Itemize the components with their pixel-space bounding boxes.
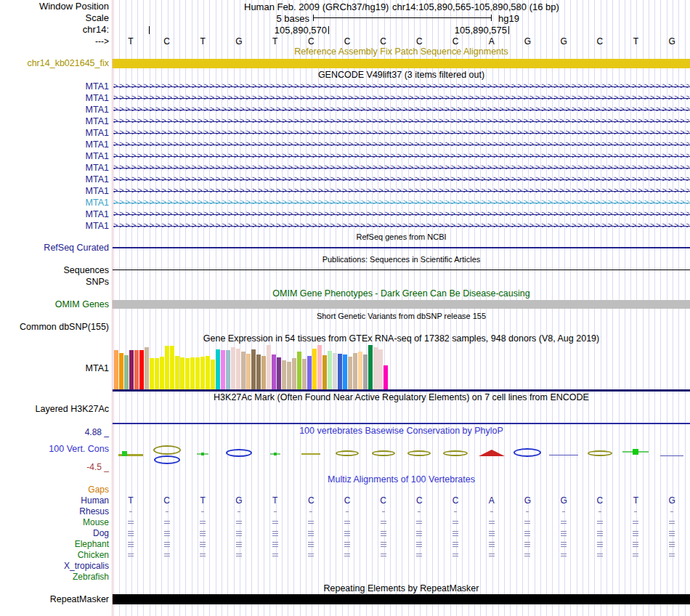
gtex-expression-bar[interactable] <box>297 352 301 389</box>
gtex-expression-bar[interactable] <box>378 349 383 389</box>
refseq-track-title[interactable]: RefSeq genes from NCBI <box>113 232 690 242</box>
gtex-track-title[interactable]: Gene Expression in 54 tissues from GTEx … <box>113 334 690 344</box>
refseq-curated-item[interactable] <box>113 247 690 248</box>
gtex-expression-bar[interactable] <box>282 360 286 389</box>
gencode-gene-label[interactable]: MTA1 <box>0 116 109 126</box>
snps-label[interactable]: SNPs <box>0 277 109 287</box>
gencode-transcript-arrows[interactable]: >>>>>>>>>>>>>>>>>>>>>>>>>>>>>>>>>>>>>>>>… <box>113 222 689 230</box>
gencode-gene-label[interactable]: MTA1 <box>0 81 109 92</box>
gencode-transcript-arrows[interactable]: >>>>>>>>>>>>>>>>>>>>>>>>>>>>>>>>>>>>>>>>… <box>113 106 689 113</box>
gtex-expression-bar[interactable] <box>246 354 251 389</box>
gtex-expression-bar[interactable] <box>165 346 169 389</box>
gtex-gene-label[interactable]: MTA1 <box>0 363 109 373</box>
gtex-expression-bar[interactable] <box>226 350 230 389</box>
gtex-expression-bar[interactable] <box>180 357 184 389</box>
gtex-expression-bar[interactable] <box>251 349 256 389</box>
gencode-transcript-arrows[interactable]: >>>>>>>>>>>>>>>>>>>>>>>>>>>>>>>>>>>>>>>>… <box>113 176 689 183</box>
gtex-expression-bar[interactable] <box>267 345 271 389</box>
common-dbsnp-label[interactable]: Common dbSNP(155) <box>0 322 109 332</box>
fix-patch-track-title[interactable]: Reference Assembly Fix Patch Sequence Al… <box>113 47 690 57</box>
gtex-expression-bar[interactable] <box>190 357 195 389</box>
multiz-track-title[interactable]: Multiz Alignments of 100 Vertebrates <box>113 475 690 485</box>
dbsnp-track-title[interactable]: Short Genetic Variants from dbSNP releas… <box>113 312 690 321</box>
gencode-transcript-arrows[interactable]: >>>>>>>>>>>>>>>>>>>>>>>>>>>>>>>>>>>>>>>>… <box>113 164 689 171</box>
gtex-expression-bar[interactable] <box>139 350 144 389</box>
gtex-expression-bar[interactable] <box>124 355 129 389</box>
gencode-gene-label[interactable]: MTA1 <box>0 198 109 208</box>
multiz-species-label-zebrafish[interactable]: Zebrafish <box>0 572 109 582</box>
repeatmasker-track-title[interactable]: Repeating Elements by RepeatMasker <box>113 584 690 593</box>
gencode-transcript-arrows[interactable]: >>>>>>>>>>>>>>>>>>>>>>>>>>>>>>>>>>>>>>>>… <box>113 94 689 102</box>
multiz-species-label-dog[interactable]: Dog <box>0 528 109 538</box>
gencode-gene-label[interactable]: MTA1 <box>0 128 109 138</box>
gtex-expression-bar[interactable] <box>150 358 154 389</box>
gtex-expression-bar[interactable] <box>195 357 200 389</box>
gencode-gene-label[interactable]: MTA1 <box>0 93 109 103</box>
gtex-expression-bar[interactable] <box>368 345 373 389</box>
omim-genes-label[interactable]: OMIM Genes <box>0 299 109 309</box>
gtex-expression-bar[interactable] <box>129 350 134 389</box>
gtex-expression-bar[interactable] <box>363 354 368 389</box>
gencode-gene-label[interactable]: MTA1 <box>0 209 109 219</box>
gencode-transcript-arrows[interactable]: >>>>>>>>>>>>>>>>>>>>>>>>>>>>>>>>>>>>>>>>… <box>113 129 689 137</box>
gencode-transcript-arrows[interactable]: >>>>>>>>>>>>>>>>>>>>>>>>>>>>>>>>>>>>>>>>… <box>113 118 689 125</box>
multiz-species-label-elephant[interactable]: Elephant <box>0 539 109 549</box>
gtex-expression-bar[interactable] <box>343 354 347 389</box>
gencode-transcript-arrows[interactable]: >>>>>>>>>>>>>>>>>>>>>>>>>>>>>>>>>>>>>>>>… <box>113 153 689 160</box>
gencode-gene-label[interactable]: MTA1 <box>0 151 109 161</box>
gtex-expression-bar[interactable] <box>241 352 245 389</box>
gtex-expression-bar[interactable] <box>302 359 307 389</box>
repeatmasker-label[interactable]: RepeatMasker <box>0 594 109 604</box>
gtex-expression-bar[interactable] <box>231 347 235 389</box>
gtex-expression-bar[interactable] <box>170 346 174 389</box>
sequences-item[interactable] <box>113 270 690 270</box>
gencode-transcript-arrows[interactable]: >>>>>>>>>>>>>>>>>>>>>>>>>>>>>>>>>>>>>>>>… <box>113 187 689 195</box>
gtex-expression-bar[interactable] <box>322 355 327 389</box>
gtex-expression-bar[interactable] <box>211 360 215 389</box>
layered-h3k27ac-label[interactable]: Layered H3K27Ac <box>0 404 109 414</box>
gencode-gene-label[interactable]: MTA1 <box>0 174 109 185</box>
gtex-expression-bar[interactable] <box>145 347 149 389</box>
sequences-label[interactable]: Sequences <box>0 265 109 275</box>
publications-track-title[interactable]: Publications: Sequences in Scientific Ar… <box>113 255 690 264</box>
multiz-species-label-x_tropicalis[interactable]: X_tropicalis <box>0 561 109 571</box>
gtex-expression-bar[interactable] <box>277 357 281 389</box>
gtex-expression-bar[interactable] <box>160 357 164 389</box>
gencode-gene-label[interactable]: MTA1 <box>0 221 109 231</box>
gtex-expression-bar[interactable] <box>185 358 190 389</box>
gtex-expression-bar[interactable] <box>383 365 388 389</box>
gtex-expression-bar[interactable] <box>221 350 225 389</box>
fix-patch-item-label[interactable]: chr14_kb021645_fix <box>0 58 109 68</box>
omim-genes-bar[interactable] <box>113 300 690 309</box>
gencode-transcript-arrows[interactable]: >>>>>>>>>>>>>>>>>>>>>>>>>>>>>>>>>>>>>>>>… <box>113 83 689 90</box>
gtex-expression-bar[interactable] <box>200 357 205 389</box>
gtex-expression-bar[interactable] <box>175 356 179 389</box>
gtex-expression-bar[interactable] <box>272 354 276 389</box>
gencode-transcript-arrows[interactable]: >>>>>>>>>>>>>>>>>>>>>>>>>>>>>>>>>>>>>>>>… <box>113 141 689 148</box>
gtex-expression-bar[interactable] <box>358 352 362 389</box>
gencode-gene-label[interactable]: MTA1 <box>0 139 109 150</box>
gtex-expression-bar[interactable] <box>134 350 139 389</box>
gencode-gene-label[interactable]: MTA1 <box>0 186 109 196</box>
gtex-expression-bar[interactable] <box>236 349 240 389</box>
gtex-expression-bar[interactable] <box>348 357 352 389</box>
gtex-expression-bar[interactable] <box>312 349 317 389</box>
omim-track-title[interactable]: OMIM Gene Phenotypes - Dark Green Can Be… <box>113 289 690 299</box>
gtex-expression-bar[interactable] <box>114 350 118 389</box>
multiz-species-label-gaps[interactable]: Gaps <box>0 485 109 495</box>
phylop-track-label[interactable]: 100 Vert. Cons <box>0 444 109 454</box>
fix-patch-item-bar[interactable] <box>113 59 690 68</box>
refseq-curated-label[interactable]: RefSeq Curated <box>0 243 109 253</box>
gtex-expression-bar[interactable] <box>261 356 266 389</box>
gtex-expression-bar[interactable] <box>292 358 296 389</box>
multiz-species-label-chicken[interactable]: Chicken <box>0 550 109 560</box>
gencode-transcript-arrows[interactable]: >>>>>>>>>>>>>>>>>>>>>>>>>>>>>>>>>>>>>>>>… <box>113 199 689 206</box>
gtex-expression-bar[interactable] <box>216 349 220 389</box>
multiz-species-label-human[interactable]: Human <box>0 495 109 506</box>
gtex-expression-bar[interactable] <box>307 356 312 389</box>
gencode-track-title[interactable]: GENCODE V49lift37 (3 items filtered out) <box>113 70 690 80</box>
gtex-expression-bar[interactable] <box>119 353 123 389</box>
gtex-expression-bar[interactable] <box>373 347 378 389</box>
gtex-expression-bar[interactable] <box>287 362 291 389</box>
multiz-species-label-mouse[interactable]: Mouse <box>0 517 109 527</box>
